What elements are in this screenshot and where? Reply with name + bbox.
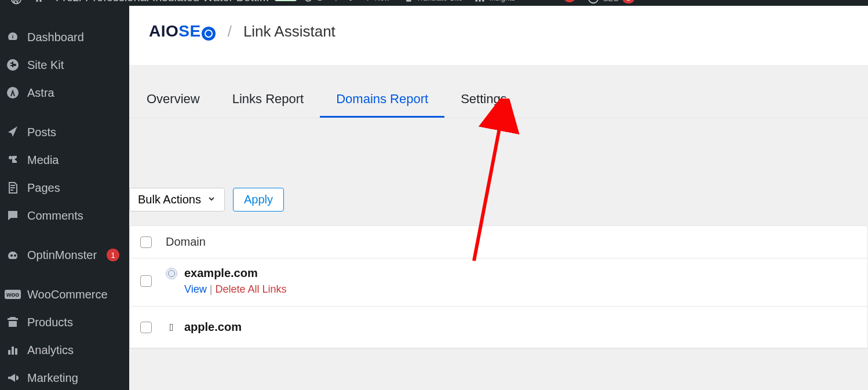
- bulk-actions-select[interactable]: Bulk Actions: [129, 188, 225, 212]
- table-row:  apple.com: [130, 307, 867, 348]
- home-icon[interactable]: [28, 0, 50, 3]
- sidebar-item-products[interactable]: Products: [0, 308, 129, 336]
- comments-icon[interactable]: 0: [328, 0, 359, 3]
- live-badge: Live: [275, 0, 297, 1]
- woocommerce-icon: woo: [6, 287, 20, 301]
- svg-rect-5: [476, 0, 477, 2]
- sidebar-item-label: Comments: [27, 209, 83, 223]
- column-domain: Domain: [166, 235, 206, 249]
- apple-icon: : [166, 322, 177, 333]
- posts-icon: [6, 125, 20, 139]
- media-icon: [6, 153, 20, 167]
- sidebar-item-marketing[interactable]: Marketing: [0, 364, 129, 390]
- bulk-actions-bar: Bulk Actions Apply: [129, 118, 868, 225]
- tab-bar: Overview Links Report Domains Report Set…: [129, 65, 868, 118]
- comments-icon: [6, 209, 20, 223]
- sidebar-item-dashboard[interactable]: Dashboard: [0, 23, 129, 51]
- globe-icon: [166, 268, 177, 279]
- aioseo-logo: AIOSE: [149, 22, 216, 41]
- admin-sidebar: Dashboard Site Kit Astra Posts Media Pag…: [0, 6, 129, 390]
- sidebar-item-analytics[interactable]: Analytics: [0, 336, 129, 364]
- sidebar-item-pages[interactable]: Pages: [0, 174, 129, 202]
- domain-name: example.com: [184, 267, 258, 280]
- sidebar-item-label: Dashboard: [27, 31, 84, 44]
- delete-all-links[interactable]: Delete All Links: [215, 283, 286, 295]
- wp-logo[interactable]: [5, 0, 28, 5]
- row-actions: View | Delete All Links: [184, 280, 857, 296]
- page-header: AIOSE / Link Assistant: [129, 6, 868, 65]
- table-header-row: Domain: [130, 226, 867, 258]
- dashboard-icon: [6, 30, 20, 44]
- svg-rect-13: [15, 348, 17, 355]
- wpforms[interactable]: WPForms3: [521, 0, 581, 2]
- sidebar-badge: 1: [107, 249, 119, 261]
- content-area: AIOSE / Link Assistant Overview Links Re…: [129, 6, 868, 390]
- sidebar-item-optinmonster[interactable]: OptinMonster 1: [0, 241, 129, 269]
- insights[interactable]: Insights: [468, 0, 521, 3]
- analytics-icon: [6, 343, 20, 357]
- chevron-down-icon: [207, 193, 216, 206]
- svg-rect-11: [8, 350, 10, 355]
- page-title: Link Assistant: [243, 23, 335, 41]
- domain-name: apple.com: [184, 320, 242, 334]
- site-title[interactable]: Frozi-Professional Insulated Water Bottl…: [50, 0, 275, 4]
- tab-settings[interactable]: Settings: [444, 83, 523, 118]
- sidebar-item-woocommerce[interactable]: woo WooCommerce: [0, 280, 129, 308]
- sidebar-item-label: OptinMonster: [27, 249, 97, 262]
- view-link[interactable]: View: [184, 283, 207, 295]
- table-row: example.com View | Delete All Links: [130, 258, 867, 307]
- sidebar-item-label: Products: [27, 316, 73, 329]
- apply-button[interactable]: Apply: [233, 188, 284, 212]
- tab-domains-report[interactable]: Domains Report: [320, 83, 444, 118]
- sidebar-item-posts[interactable]: Posts: [0, 118, 129, 146]
- svg-rect-12: [12, 347, 14, 355]
- svg-rect-7: [482, 0, 484, 2]
- sidebar-item-label: Posts: [27, 126, 56, 139]
- tab-overview[interactable]: Overview: [130, 83, 216, 118]
- row-checkbox[interactable]: [140, 322, 152, 333]
- sidebar-item-label: Marketing: [27, 371, 78, 385]
- svg-rect-6: [479, 0, 481, 2]
- sidebar-item-label: WooCommerce: [27, 288, 108, 301]
- sidebar-item-comments[interactable]: Comments: [0, 202, 129, 229]
- translate-site[interactable]: 文ATranslate Site: [395, 0, 468, 3]
- sidebar-item-sitekit[interactable]: Site Kit: [0, 51, 129, 79]
- marketing-icon: [6, 371, 20, 385]
- row-checkbox[interactable]: [140, 275, 152, 287]
- wp-admin-bar: Frozi-Professional Insulated Water Bottl…: [0, 0, 868, 6]
- sidebar-item-label: Astra: [27, 86, 54, 100]
- tab-links-report[interactable]: Links Report: [216, 83, 320, 118]
- pages-icon: [6, 181, 20, 195]
- sitekit-icon: [6, 58, 20, 72]
- sidebar-item-label: Site Kit: [27, 59, 64, 72]
- sidebar-item-label: Analytics: [27, 344, 74, 357]
- updates-icon[interactable]: 2: [297, 0, 327, 3]
- domains-table: Domain example.com View | Delete All Lin…: [129, 225, 868, 349]
- breadcrumb-separator: /: [228, 23, 232, 41]
- seo[interactable]: SEO1: [581, 0, 640, 5]
- gear-icon: [202, 27, 216, 41]
- svg-point-8: [589, 0, 599, 3]
- new-button[interactable]: +New: [359, 0, 396, 3]
- sidebar-item-label: Media: [27, 154, 59, 167]
- sidebar-item-label: Pages: [27, 181, 60, 195]
- sidebar-item-astra[interactable]: Astra: [0, 79, 129, 107]
- astra-icon: [6, 86, 20, 100]
- products-icon: [6, 315, 20, 329]
- sidebar-item-media[interactable]: Media: [0, 146, 129, 174]
- select-all-checkbox[interactable]: [140, 236, 152, 248]
- optinmonster-icon: [6, 248, 20, 262]
